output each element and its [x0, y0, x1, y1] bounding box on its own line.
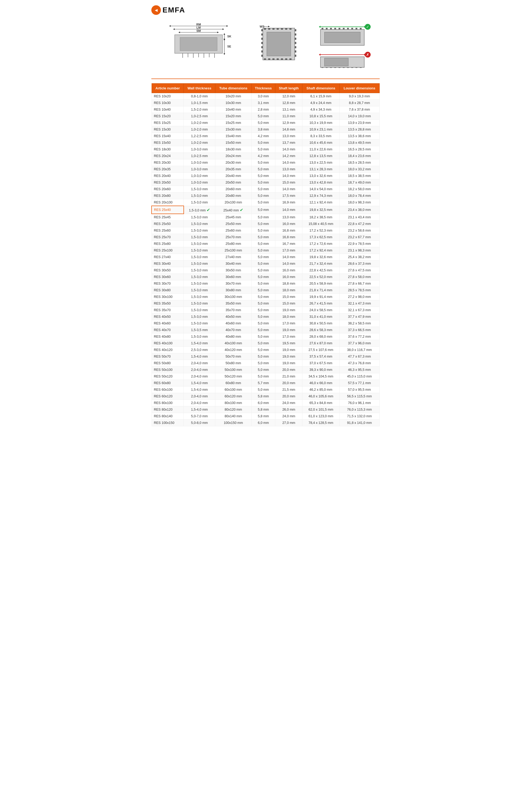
diagram-side-section: RM LM SM — [160, 23, 240, 65]
table-cell: RES 15x40 — [152, 133, 184, 140]
svg-rect-73 — [338, 28, 340, 29]
table-cell: 20,0 mm — [275, 393, 303, 400]
svg-rect-34 — [264, 28, 266, 30]
table-cell: 5,0 mm — [251, 146, 275, 153]
table-cell: 17,3 x 62,5 mm — [303, 234, 339, 241]
table-cell: 30x100 mm — [215, 294, 251, 300]
table-cell: 18,8 mm — [275, 280, 303, 287]
table-cell: 10x30 mm — [215, 100, 251, 106]
table-cell: RES 30x80 — [152, 287, 184, 294]
table-cell: RES 18x30 — [152, 146, 184, 153]
table-cell: RES 40x70 — [152, 327, 184, 333]
table-row: RES 40x601,5-3,0 mm40x60 mm5,0 mm17,0 mm… — [152, 320, 380, 327]
svg-text:RM: RM — [196, 23, 201, 26]
table-cell: 40x80 mm — [215, 333, 251, 340]
svg-rect-54 — [261, 55, 263, 57]
table-cell: RES 20x40 — [152, 173, 184, 179]
table-cell: 13,0 mm — [275, 166, 303, 173]
table-cell: 14,0 mm — [275, 146, 303, 153]
table-cell: 13,0 x 32,6 mm — [303, 173, 339, 179]
table-cell: 5,0 mm — [251, 340, 275, 347]
table-cell: 46,0 x 105,6 mm — [303, 393, 339, 400]
table-cell: 15,0 mm — [275, 300, 303, 307]
table-row: RES 60x1001,5-4,0 mm60x100 mm5,0 mm21,5 … — [152, 387, 380, 393]
table-cell: 19,0 mm — [275, 327, 303, 333]
table-cell: 21,5 mm — [275, 387, 303, 393]
table-cell: 35x50 mm — [215, 300, 251, 307]
table-cell: RES 60x120 — [152, 393, 184, 400]
table-row: RES 40x1202,5-3,0 mm40x120 mm5,0 mm19,0 … — [152, 347, 380, 353]
table-cell: 5,0 mm — [251, 221, 275, 227]
table-cell: 25x50 mm — [215, 221, 251, 227]
table-cell: 19,0 mm — [275, 347, 303, 353]
table-cell: RES 80x120 — [152, 406, 184, 413]
table-cell: 37,3 x 66,5 mm — [339, 327, 379, 333]
table-cell: 1,5-3,0 mm — [184, 227, 215, 234]
svg-rect-33 — [267, 32, 291, 56]
table-cell: 5,0 mm — [251, 199, 275, 206]
svg-text:SE: SE — [227, 45, 231, 48]
svg-text:LM: LM — [196, 26, 201, 29]
table-cell: 1,5-4,0 mm — [184, 380, 215, 387]
table-cell: RES 30x100 — [152, 294, 184, 300]
table-cell: RES 40x80 — [152, 333, 184, 340]
table-cell: 13,5 x 28,8 mm — [339, 126, 379, 133]
table-cell: 20x35 mm — [215, 166, 251, 173]
table-cell: 45,0 x 115,0 mm — [339, 373, 379, 380]
table-row: RES 20x351,0-3,0 mm20x35 mm5,0 mm13,0 mm… — [152, 166, 380, 173]
table-row: RES 100x1505,0-8,0 mm100x150 mm6,0 mm27,… — [152, 420, 380, 426]
diagrams-area: RM LM SM — [151, 20, 380, 71]
svg-marker-10 — [217, 32, 219, 33]
table-cell: 25x100 mm — [215, 247, 251, 254]
table-cell: 30x80 mm — [215, 287, 251, 294]
table-row: RES 20x401,0-3,0 mm20x40 mm5,0 mm14,0 mm… — [152, 173, 380, 179]
col-article: Article number — [152, 84, 184, 93]
table-cell: 65,3 x 84,8 mm — [303, 400, 339, 406]
table-row: RES 25x451,5-3,0 mm25x45 mm5,0 mm13,0 mm… — [152, 214, 380, 221]
table-row: RES 50x802,0-4,0 mm50x80 mm5,0 mm19,0 mm… — [152, 360, 380, 367]
table-cell: 37,7 x 47,9 mm — [339, 314, 379, 320]
table-cell: RES 25x50 — [152, 221, 184, 227]
table-cell: 37,5 x 57,4 mm — [303, 353, 339, 360]
table-cell: 15x40 mm — [215, 133, 251, 140]
table-cell: 6,0 mm — [251, 400, 275, 406]
diagram-fit-indicators: ✓ ✗ — [318, 23, 371, 68]
table-cell: 2,0-4,0 mm — [184, 400, 215, 406]
table-cell: 12,8 x 13,5 mm — [303, 153, 339, 159]
table-cell: 8,3 x 33,5 mm — [303, 133, 339, 140]
table-cell: 5,0 mm — [251, 274, 275, 280]
table-cell: 2,5-3,0 mm — [184, 347, 215, 353]
table-cell: 57,5 x 77,1 mm — [339, 380, 379, 387]
table-cell: RES 25x60 — [152, 227, 184, 234]
table-cell: 50x120 mm — [215, 373, 251, 380]
table-cell: 28,5 x 78,5 mm — [339, 287, 379, 294]
table-cell: 18,0 mm — [275, 287, 303, 294]
table-cell: 5,0 mm — [251, 166, 275, 173]
fit-indicator-svg: ✓ ✗ — [318, 23, 371, 68]
table-row: RES 30x801,5-3,0 mm30x80 mm5,0 mm18,0 mm… — [152, 287, 380, 294]
table-cell: 30x50 mm — [215, 267, 251, 274]
svg-rect-95 — [360, 67, 362, 68]
table-row: RES 25x1001,5-3,0 mm25x100 mm5,0 mm17,0 … — [152, 247, 380, 254]
table-cell: 15x20 mm — [215, 113, 251, 120]
svg-rect-59 — [295, 46, 296, 48]
table-cell: 76,0 x 96,1 mm — [339, 400, 379, 406]
table-row: RES 25x701,5-3,0 mm25x70 mm5,0 mm16,8 mm… — [152, 234, 380, 241]
table-cell: 37,6 x 77,2 mm — [339, 333, 379, 340]
table-cell: RES 50x120 — [152, 373, 184, 380]
svg-marker-22 — [224, 33, 225, 35]
svg-rect-69 — [322, 28, 323, 29]
table-cell: 34,5 x 104,5 mm — [303, 373, 339, 380]
table-row: RES 20x1001,5-3,0 mm20x100 mm5,0 mm16,9 … — [152, 199, 380, 206]
svg-text:✗: ✗ — [366, 53, 369, 57]
table-cell: RES 25x70 — [152, 234, 184, 241]
check-icon-wall: ✔ — [207, 208, 210, 212]
table-cell: 1,0-2,5 mm — [184, 153, 215, 159]
table-cell: 20x40 mm — [215, 173, 251, 179]
table-row: RES 40x501,5-3,0 mm40x50 mm5,0 mm18,0 mm… — [152, 314, 380, 320]
svg-rect-74 — [343, 28, 345, 29]
svg-rect-85 — [324, 58, 348, 66]
table-cell: 17,0 mm — [275, 247, 303, 254]
table-cell: 17,2 x 52,3 mm — [303, 227, 339, 234]
table-cell: 3,0 mm — [251, 93, 275, 100]
